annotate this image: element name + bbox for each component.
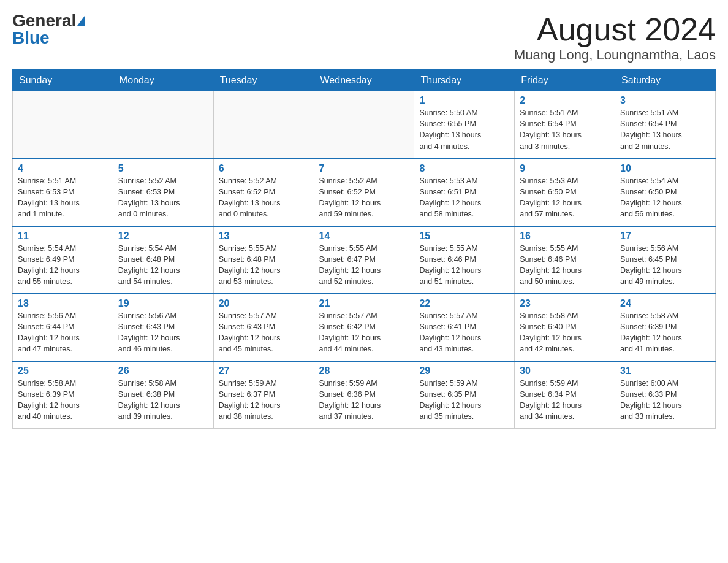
- week-row-3: 11Sunrise: 5:54 AMSunset: 6:49 PMDayligh…: [13, 226, 716, 294]
- calendar-cell: 6Sunrise: 5:52 AMSunset: 6:52 PMDaylight…: [213, 159, 314, 226]
- day-info: Sunrise: 5:54 AMSunset: 6:50 PMDaylight:…: [620, 177, 682, 218]
- day-info: Sunrise: 5:55 AMSunset: 6:47 PMDaylight:…: [319, 244, 381, 286]
- day-info: Sunrise: 5:57 AMSunset: 6:43 PMDaylight:…: [219, 312, 281, 353]
- day-number: 12: [118, 231, 208, 242]
- calendar-cell: 1Sunrise: 5:50 AMSunset: 6:55 PMDaylight…: [414, 91, 515, 159]
- day-info: Sunrise: 5:55 AMSunset: 6:46 PMDaylight:…: [520, 244, 582, 286]
- weekday-header-wednesday: Wednesday: [314, 70, 414, 91]
- day-info: Sunrise: 5:59 AMSunset: 6:34 PMDaylight:…: [520, 379, 582, 421]
- calendar-cell: 3Sunrise: 5:51 AMSunset: 6:54 PMDaylight…: [615, 91, 716, 159]
- day-number: 15: [419, 231, 509, 242]
- location-title: Muang Long, Loungnamtha, Laos: [514, 47, 716, 63]
- day-info: Sunrise: 5:51 AMSunset: 6:54 PMDaylight:…: [620, 109, 682, 150]
- day-info: Sunrise: 5:58 AMSunset: 6:38 PMDaylight:…: [118, 379, 180, 421]
- day-number: 14: [319, 231, 409, 242]
- calendar-cell: 31Sunrise: 6:00 AMSunset: 6:33 PMDayligh…: [615, 361, 716, 429]
- day-info: Sunrise: 5:53 AMSunset: 6:50 PMDaylight:…: [520, 177, 582, 218]
- calendar-cell: 12Sunrise: 5:54 AMSunset: 6:48 PMDayligh…: [113, 226, 213, 294]
- calendar-cell: 27Sunrise: 5:59 AMSunset: 6:37 PMDayligh…: [213, 361, 314, 429]
- day-info: Sunrise: 5:56 AMSunset: 6:44 PMDaylight:…: [18, 312, 80, 353]
- day-number: 16: [520, 231, 610, 242]
- weekday-header-sunday: Sunday: [13, 70, 113, 91]
- calendar-cell: [13, 91, 113, 159]
- day-number: 21: [319, 298, 409, 309]
- calendar-cell: 22Sunrise: 5:57 AMSunset: 6:41 PMDayligh…: [414, 294, 515, 361]
- day-number: 26: [118, 366, 208, 377]
- week-row-2: 4Sunrise: 5:51 AMSunset: 6:53 PMDaylight…: [13, 159, 716, 226]
- weekday-header-thursday: Thursday: [414, 70, 515, 91]
- day-info: Sunrise: 5:55 AMSunset: 6:46 PMDaylight:…: [419, 244, 481, 286]
- week-row-1: 1Sunrise: 5:50 AMSunset: 6:55 PMDaylight…: [13, 91, 716, 159]
- day-number: 8: [419, 163, 509, 174]
- day-info: Sunrise: 5:57 AMSunset: 6:41 PMDaylight:…: [419, 312, 481, 353]
- calendar-cell: 28Sunrise: 5:59 AMSunset: 6:36 PMDayligh…: [314, 361, 414, 429]
- logo: General Blue: [12, 12, 85, 47]
- day-info: Sunrise: 5:58 AMSunset: 6:40 PMDaylight:…: [520, 312, 582, 353]
- day-number: 7: [319, 163, 409, 174]
- calendar-cell: [113, 91, 213, 159]
- day-number: 13: [219, 231, 309, 242]
- weekday-header-saturday: Saturday: [615, 70, 716, 91]
- day-info: Sunrise: 5:54 AMSunset: 6:49 PMDaylight:…: [18, 244, 80, 286]
- day-info: Sunrise: 6:00 AMSunset: 6:33 PMDaylight:…: [620, 379, 682, 421]
- day-info: Sunrise: 5:51 AMSunset: 6:53 PMDaylight:…: [18, 177, 80, 218]
- day-number: 10: [620, 163, 710, 174]
- day-info: Sunrise: 5:50 AMSunset: 6:55 PMDaylight:…: [419, 109, 481, 150]
- day-number: 17: [620, 231, 710, 242]
- day-info: Sunrise: 5:52 AMSunset: 6:52 PMDaylight:…: [219, 177, 281, 218]
- calendar-table: SundayMondayTuesdayWednesdayThursdayFrid…: [12, 69, 716, 429]
- weekday-header-friday: Friday: [515, 70, 615, 91]
- day-number: 22: [419, 298, 509, 309]
- day-info: Sunrise: 5:54 AMSunset: 6:48 PMDaylight:…: [118, 244, 180, 286]
- logo-triangle-icon: [77, 16, 85, 26]
- month-title: August 2024: [514, 12, 716, 47]
- day-info: Sunrise: 5:53 AMSunset: 6:51 PMDaylight:…: [419, 177, 481, 218]
- calendar-cell: 14Sunrise: 5:55 AMSunset: 6:47 PMDayligh…: [314, 226, 414, 294]
- title-block: August 2024 Muang Long, Loungnamtha, Lao…: [514, 12, 716, 63]
- day-info: Sunrise: 5:56 AMSunset: 6:43 PMDaylight:…: [118, 312, 180, 353]
- week-row-5: 25Sunrise: 5:58 AMSunset: 6:39 PMDayligh…: [13, 361, 716, 429]
- calendar-cell: 15Sunrise: 5:55 AMSunset: 6:46 PMDayligh…: [414, 226, 515, 294]
- day-info: Sunrise: 5:55 AMSunset: 6:48 PMDaylight:…: [219, 244, 281, 286]
- calendar-cell: 11Sunrise: 5:54 AMSunset: 6:49 PMDayligh…: [13, 226, 113, 294]
- logo-general-text: General: [12, 12, 76, 29]
- day-number: 29: [419, 366, 509, 377]
- day-number: 11: [18, 231, 108, 242]
- day-number: 3: [620, 95, 710, 106]
- day-number: 30: [520, 366, 610, 377]
- day-info: Sunrise: 5:58 AMSunset: 6:39 PMDaylight:…: [620, 312, 682, 353]
- day-info: Sunrise: 5:52 AMSunset: 6:52 PMDaylight:…: [319, 177, 381, 218]
- calendar-cell: 7Sunrise: 5:52 AMSunset: 6:52 PMDaylight…: [314, 159, 414, 226]
- calendar-cell: 25Sunrise: 5:58 AMSunset: 6:39 PMDayligh…: [13, 361, 113, 429]
- calendar-cell: 10Sunrise: 5:54 AMSunset: 6:50 PMDayligh…: [615, 159, 716, 226]
- day-info: Sunrise: 5:59 AMSunset: 6:37 PMDaylight:…: [219, 379, 281, 421]
- calendar-cell: 21Sunrise: 5:57 AMSunset: 6:42 PMDayligh…: [314, 294, 414, 361]
- day-info: Sunrise: 5:58 AMSunset: 6:39 PMDaylight:…: [18, 379, 80, 421]
- calendar-cell: 17Sunrise: 5:56 AMSunset: 6:45 PMDayligh…: [615, 226, 716, 294]
- day-number: 2: [520, 95, 610, 106]
- day-number: 20: [219, 298, 309, 309]
- day-number: 28: [319, 366, 409, 377]
- calendar-cell: 8Sunrise: 5:53 AMSunset: 6:51 PMDaylight…: [414, 159, 515, 226]
- calendar-cell: [213, 91, 314, 159]
- calendar-cell: 20Sunrise: 5:57 AMSunset: 6:43 PMDayligh…: [213, 294, 314, 361]
- day-number: 5: [118, 163, 208, 174]
- weekday-header-monday: Monday: [113, 70, 213, 91]
- day-info: Sunrise: 5:51 AMSunset: 6:54 PMDaylight:…: [520, 109, 582, 150]
- calendar-cell: 13Sunrise: 5:55 AMSunset: 6:48 PMDayligh…: [213, 226, 314, 294]
- day-info: Sunrise: 5:59 AMSunset: 6:36 PMDaylight:…: [319, 379, 381, 421]
- calendar-cell: 2Sunrise: 5:51 AMSunset: 6:54 PMDaylight…: [515, 91, 615, 159]
- calendar-cell: 24Sunrise: 5:58 AMSunset: 6:39 PMDayligh…: [615, 294, 716, 361]
- day-number: 31: [620, 366, 710, 377]
- day-number: 9: [520, 163, 610, 174]
- day-number: 27: [219, 366, 309, 377]
- calendar-cell: 30Sunrise: 5:59 AMSunset: 6:34 PMDayligh…: [515, 361, 615, 429]
- calendar-cell: 16Sunrise: 5:55 AMSunset: 6:46 PMDayligh…: [515, 226, 615, 294]
- day-number: 24: [620, 298, 710, 309]
- day-number: 1: [419, 95, 509, 106]
- day-number: 19: [118, 298, 208, 309]
- calendar-cell: 19Sunrise: 5:56 AMSunset: 6:43 PMDayligh…: [113, 294, 213, 361]
- calendar-cell: 4Sunrise: 5:51 AMSunset: 6:53 PMDaylight…: [13, 159, 113, 226]
- day-info: Sunrise: 5:52 AMSunset: 6:53 PMDaylight:…: [118, 177, 180, 218]
- calendar-header-row: SundayMondayTuesdayWednesdayThursdayFrid…: [13, 70, 716, 91]
